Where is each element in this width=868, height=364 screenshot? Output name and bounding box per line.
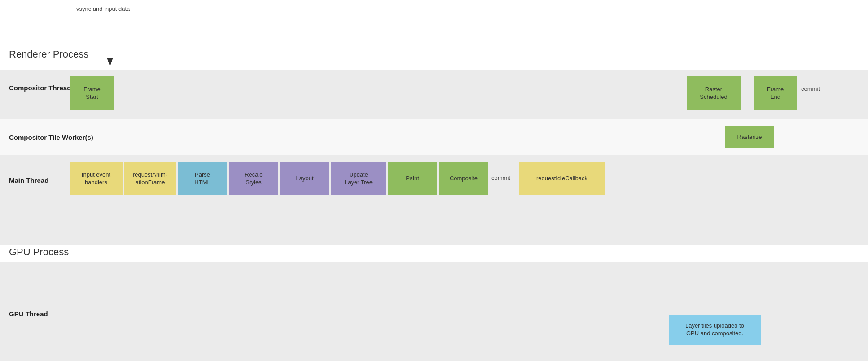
raster-scheduled-label: RasterScheduled (700, 86, 727, 101)
diagram-container: vsync and input data Renderer Process Co… (0, 0, 868, 364)
compositor-tile-label: Compositor Tile Worker(s) (9, 133, 93, 141)
paint-label: Paint (406, 175, 419, 182)
layout-label: Layout (296, 175, 313, 182)
gpu-thread-label: GPU Thread (9, 310, 48, 318)
composite-label: Composite (450, 175, 478, 182)
gpu-thread-row (0, 262, 868, 361)
rasterize-label: Rasterize (737, 133, 762, 141)
input-event-label: Input eventhandlers (82, 171, 110, 186)
layout-box: Layout (280, 162, 329, 195)
gpu-process-section (0, 245, 868, 261)
request-animation-frame-box: requestAnim-ationFrame (124, 162, 176, 195)
composite-box: Composite (439, 162, 488, 195)
gpu-process-label: GPU Process (9, 246, 69, 258)
commit-label-top: commit (491, 174, 510, 181)
frame-start-box: Frame Start (70, 76, 114, 110)
raster-scheduled-box: RasterScheduled (687, 76, 741, 110)
compositor-thread-label: Compositor Thread (9, 84, 71, 92)
renderer-process-label: Renderer Process (9, 49, 88, 60)
request-idle-callback-box: requestIdleCallback (519, 162, 605, 195)
commit-label-right: commit (801, 85, 820, 92)
recalc-styles-label: RecalcStyles (245, 171, 263, 186)
rasterize-box: Rasterize (725, 126, 774, 148)
paint-box: Paint (388, 162, 437, 195)
main-thread-label: Main Thread (9, 177, 48, 184)
input-event-handlers-box: Input eventhandlers (70, 162, 123, 195)
recalc-styles-box: RecalcStyles (229, 162, 278, 195)
update-layer-tree-label: UpdateLayer Tree (345, 171, 373, 186)
parse-html-label: ParseHTML (194, 171, 210, 186)
frame-start-label: Frame Start (83, 86, 101, 101)
parse-html-box: ParseHTML (178, 162, 227, 195)
vsync-label: vsync and input data (76, 5, 130, 12)
layer-tiles-box: Layer tiles uploaded toGPU and composite… (669, 315, 761, 345)
frame-end-box: FrameEnd (754, 76, 797, 110)
request-idle-callback-label: requestIdleCallback (536, 175, 587, 182)
layer-tiles-label: Layer tiles uploaded toGPU and composite… (685, 322, 744, 337)
request-animation-label: requestAnim-ationFrame (133, 171, 167, 186)
update-layer-tree-box: UpdateLayer Tree (331, 162, 386, 195)
frame-end-label: FrameEnd (767, 86, 784, 101)
